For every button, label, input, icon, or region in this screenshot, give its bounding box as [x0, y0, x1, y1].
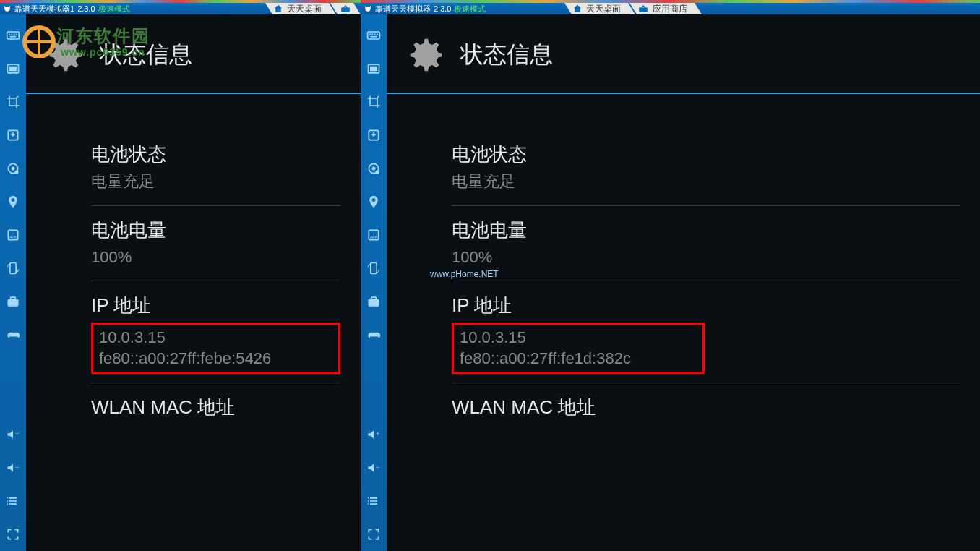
tab-store[interactable]: 应用商店	[629, 3, 702, 14]
row-battery-status[interactable]: 电池状态 电量充足	[452, 130, 960, 205]
screenshot-icon[interactable]	[361, 52, 387, 85]
highlight-box: 10.0.3.15 fe80::a00:27ff:febe:5426	[91, 323, 340, 374]
row-wlan-mac[interactable]: WLAN MAC 地址	[91, 383, 340, 437]
app-logo-icon	[3, 4, 12, 13]
row-wlan-mac[interactable]: WLAN MAC 地址	[452, 383, 960, 437]
fullscreen-icon[interactable]	[0, 518, 26, 551]
svg-rect-1	[7, 32, 20, 39]
gamepad-icon[interactable]	[361, 318, 387, 351]
app-mode: 极速模式	[98, 4, 130, 14]
location-icon[interactable]	[361, 185, 387, 218]
store-icon	[638, 5, 648, 12]
crop-icon[interactable]	[0, 85, 26, 119]
row-battery-level[interactable]: 电池电量 100%	[91, 206, 340, 281]
volume-down-icon[interactable]: −	[361, 451, 387, 484]
page-title: 状态信息	[100, 39, 192, 71]
svg-rect-27	[368, 32, 380, 39]
apk-icon[interactable]: +APK	[361, 218, 387, 252]
keyboard-icon[interactable]	[361, 19, 387, 52]
app-name: 靠谱天天模拟器	[375, 4, 431, 14]
screenshot-icon[interactable]	[0, 52, 26, 85]
toolbox-icon[interactable]	[361, 285, 387, 318]
apk-icon[interactable]: +APK	[0, 218, 26, 252]
svg-text:APK: APK	[370, 235, 378, 239]
svg-rect-0	[341, 7, 350, 12]
gear-icon	[407, 35, 447, 75]
tab-row: 天天桌面 应用商店	[570, 3, 702, 14]
battery-status-value: 电量充足	[91, 171, 340, 192]
svg-point-22	[7, 497, 9, 499]
download-icon[interactable]	[361, 119, 387, 152]
battery-level-label: 电池电量	[452, 218, 960, 243]
camera-icon[interactable]	[0, 152, 26, 185]
svg-rect-17	[10, 263, 16, 274]
volume-up-icon[interactable]: +	[361, 418, 387, 451]
crop-icon[interactable]	[361, 85, 387, 119]
svg-point-38	[376, 171, 379, 174]
home-icon	[573, 4, 582, 13]
ipv4-value: 10.0.3.15	[460, 328, 697, 349]
sidebar: +APK + −	[361, 14, 387, 551]
battery-level-value: 100%	[91, 247, 340, 268]
list-icon[interactable]	[361, 484, 387, 518]
row-ip-address[interactable]: IP 地址 10.0.3.15 fe80::a00:27ff:febe:5426	[91, 281, 340, 383]
download-icon[interactable]	[0, 119, 26, 152]
rotate-icon[interactable]	[361, 252, 387, 285]
app-name: 靠谱天天模拟器1	[14, 4, 74, 14]
toolbox-icon[interactable]	[0, 285, 26, 318]
title-bar: 靠谱天天模拟器 2.3.0 极速模式 天天桌面 应用商店	[361, 3, 980, 14]
tab-desktop[interactable]: 天天桌面	[564, 3, 635, 14]
svg-rect-30	[374, 34, 376, 35]
info-list: 电池状态 电量充足 电池电量 100% IP 地址 10.0.3.15 fe80…	[387, 130, 980, 437]
content-area: 河东软件园 www.pc0359.cn 状态信息 电池状态 电量充足 电池电量	[26, 14, 361, 551]
sidebar: +APK + −	[0, 14, 26, 551]
svg-rect-29	[372, 34, 374, 35]
svg-rect-43	[371, 263, 377, 274]
rotate-icon[interactable]	[0, 252, 26, 285]
ipv6-value: fe80::a00:27ff:fe1d:382c	[460, 349, 697, 370]
svg-text:+: +	[376, 430, 379, 437]
ip-label: IP 地址	[91, 293, 340, 318]
ipv6-value: fe80::a00:27ff:febe:5426	[99, 349, 332, 370]
svg-text:APK: APK	[9, 235, 17, 239]
app-mode: 极速模式	[454, 4, 486, 14]
wlan-mac-label: WLAN MAC 地址	[91, 395, 340, 420]
info-list: 电池状态 电量充足 电池电量 100% IP 地址 10.0.3.15 fe80…	[26, 130, 361, 437]
wlan-mac-label: WLAN MAC 地址	[452, 395, 960, 420]
app-version: 2.3.0	[77, 4, 95, 13]
svg-rect-8	[9, 67, 17, 72]
home-icon	[274, 4, 283, 13]
title-bar: 靠谱天天模拟器1 2.3.0 极速模式 天天桌面	[0, 3, 361, 14]
page-title: 状态信息	[460, 39, 553, 71]
list-icon[interactable]	[0, 484, 26, 518]
svg-point-12	[15, 171, 19, 174]
location-icon[interactable]	[0, 185, 26, 218]
volume-up-icon[interactable]: +	[0, 418, 26, 451]
gamepad-icon[interactable]	[0, 318, 26, 351]
svg-point-11	[12, 167, 15, 171]
highlight-box: 10.0.3.15 fe80::a00:27ff:fe1d:382c	[452, 323, 705, 374]
svg-point-23	[7, 500, 9, 502]
tab-label: 天天桌面	[586, 3, 621, 15]
camera-icon[interactable]	[361, 152, 387, 185]
app-logo-icon	[364, 4, 372, 13]
volume-down-icon[interactable]: −	[0, 451, 26, 484]
svg-rect-3	[12, 34, 13, 35]
battery-status-value: 电量充足	[452, 171, 960, 192]
content-area: www.pHome.NET 状态信息 电池状态 电量充足 电池电量 100%	[387, 14, 980, 551]
svg-text:−: −	[376, 464, 379, 471]
battery-level-label: 电池电量	[91, 218, 340, 243]
svg-point-48	[368, 497, 369, 499]
ip-label: IP 地址	[452, 293, 960, 318]
ipv4-value: 10.0.3.15	[99, 328, 332, 349]
header-divider	[26, 93, 361, 94]
row-ip-address[interactable]: IP 地址 10.0.3.15 fe80::a00:27ff:fe1d:382c	[452, 281, 960, 383]
fullscreen-icon[interactable]	[361, 518, 387, 551]
row-battery-status[interactable]: 电池状态 电量充足	[91, 130, 340, 205]
row-battery-level[interactable]: 电池电量 100%	[452, 206, 960, 281]
tab-desktop[interactable]: 天天桌面	[265, 3, 336, 14]
emulator-left: 靠谱天天模拟器1 2.3.0 极速模式 天天桌面 +APK +	[0, 0, 361, 551]
svg-rect-5	[16, 34, 17, 35]
keyboard-icon[interactable]	[0, 19, 26, 52]
tab-label: 天天桌面	[287, 3, 322, 15]
